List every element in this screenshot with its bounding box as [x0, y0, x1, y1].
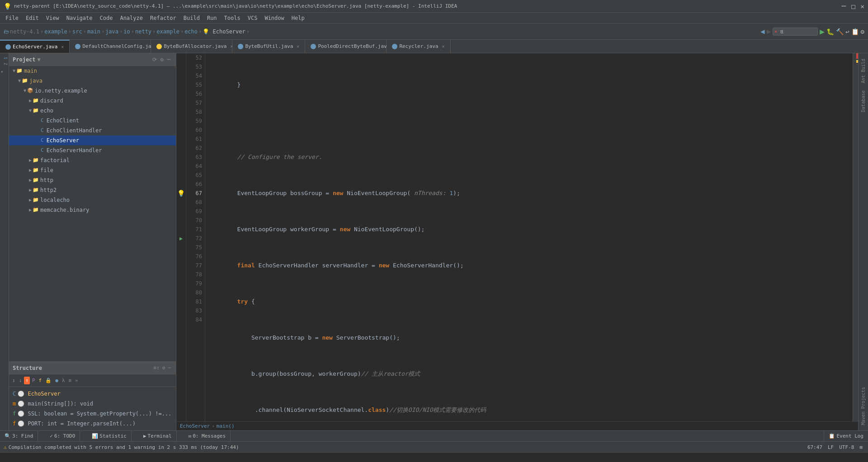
maximize-button[interactable]: □: [851, 3, 855, 10]
right-tab-2[interactable]: Database: [859, 87, 868, 116]
tree-item-echoserver[interactable]: C EchoServer: [9, 135, 176, 145]
menu-vcs[interactable]: VCS: [244, 14, 261, 22]
struct-btn-10[interactable]: »: [74, 377, 80, 384]
folder-icon-file: 📁: [33, 166, 39, 175]
java-icon-echoclient: C: [41, 116, 44, 125]
tree-item-factorial[interactable]: ▶ 📁 factorial: [9, 155, 176, 165]
project-minimize-btn[interactable]: ─: [167, 56, 170, 63]
struct-btn-1[interactable]: ↕: [11, 377, 17, 384]
breadcrumb-main[interactable]: main: [87, 28, 100, 35]
project-sync-btn[interactable]: ⟳: [152, 56, 157, 63]
tree-item-java[interactable]: ▼ 📁 java: [9, 76, 176, 86]
breadcrumb-echo[interactable]: echo: [184, 28, 198, 35]
breadcrumb-example[interactable]: example: [44, 28, 67, 35]
right-tab-3[interactable]: Maven Projects: [859, 383, 868, 429]
bottom-tab-statistic[interactable]: 📊 Statistic: [87, 431, 132, 441]
event-log-btn[interactable]: 📋 Event Log: [824, 431, 868, 441]
menu-analyze[interactable]: Analyze: [116, 14, 146, 22]
struct-btn-4[interactable]: P: [31, 377, 37, 384]
menu-edit[interactable]: Edit: [22, 14, 42, 22]
struct-btn-9[interactable]: ≡: [67, 377, 73, 384]
menu-file[interactable]: File: [2, 14, 22, 22]
struct-btn-8[interactable]: λ: [61, 377, 66, 384]
forward-button[interactable]: ▶: [767, 27, 771, 36]
tab-recycler[interactable]: Recycler.java ✕: [387, 40, 450, 53]
bottom-tab-terminal[interactable]: ▶ Terminal: [139, 431, 177, 441]
breadcrumb-java[interactable]: java: [105, 28, 118, 35]
scroll-indicator[interactable]: [853, 53, 858, 421]
run-button[interactable]: ▶: [820, 27, 825, 36]
tree-item-http2[interactable]: ▶ 📁 http2: [9, 185, 176, 195]
struct-btn-5[interactable]: f: [38, 377, 43, 384]
toolbar-btn-1[interactable]: ↩: [845, 28, 849, 35]
tree-item-echoclient[interactable]: C EchoClient: [9, 116, 176, 126]
struct-btn-6[interactable]: 🔒: [44, 377, 53, 384]
tree-item-localecho[interactable]: ▶ 📁 localecho: [9, 195, 176, 205]
back-button[interactable]: ◀: [760, 27, 765, 36]
breadcrumb-example2[interactable]: example: [156, 28, 179, 35]
struct-btn-2[interactable]: ↓: [18, 377, 24, 384]
menu-navigate[interactable]: Navigate: [63, 14, 96, 22]
structure-sort-btn[interactable]: ≡↑: [154, 365, 160, 371]
tree-item-echoserverhandler[interactable]: C EchoServerHandler: [9, 145, 176, 155]
favorites-icon[interactable]: ★: [1, 69, 8, 74]
breadcrumb-netty[interactable]: netty: [135, 28, 151, 35]
struct-item-port[interactable]: f ⚪ PORT: int = Integer.parseInt(...): [9, 419, 176, 429]
tab-bytebufutil[interactable]: ByteBufUtil.java ✕: [232, 40, 305, 53]
project-settings-btn[interactable]: ⚙: [160, 56, 164, 63]
bottom-tab-find[interactable]: 🔍 3: Find: [0, 431, 38, 441]
close-button[interactable]: ✕: [861, 3, 864, 10]
structure-minimize-btn[interactable]: ─: [168, 365, 171, 371]
toolbar-btn-3[interactable]: ⚙: [861, 28, 864, 35]
project-tab-icon[interactable]: 1: [1, 57, 8, 59]
tree-item-http[interactable]: ▶ 📁 http: [9, 175, 176, 185]
tab-recycler-close[interactable]: ✕: [442, 44, 444, 49]
menu-help[interactable]: Help: [288, 14, 308, 22]
tree-item-ionetty[interactable]: ▼ 📦 io.netty.example: [9, 86, 176, 96]
breadcrumb-io[interactable]: io: [123, 28, 130, 35]
tree-item-echoclienthandler[interactable]: C EchoClientHandler: [9, 126, 176, 135]
code-text[interactable]: } // Configure the server. EventLoopGrou…: [205, 53, 853, 421]
tree-item-main[interactable]: ▼ 📁 main: [9, 66, 176, 76]
tab-bytebufallocator[interactable]: ByteBufAllocator.java ✕: [151, 40, 232, 53]
tree-item-discard[interactable]: ▶ 📁 discard: [9, 96, 176, 106]
breadcrumb-echoserver-bottom[interactable]: EchoServer: [180, 423, 210, 429]
tab-bytebufutil-close[interactable]: ✕: [297, 44, 299, 49]
bottom-tab-todo[interactable]: ✓ 6: TODO: [45, 431, 80, 441]
tree-item-file[interactable]: ▶ 📁 file: [9, 165, 176, 175]
breadcrumb-main-bottom[interactable]: main(): [217, 423, 235, 429]
menu-tools[interactable]: Tools: [221, 14, 244, 22]
folder-arrow-main: ▼: [13, 66, 15, 75]
breadcrumb-item-project[interactable]: 🗁: [4, 28, 9, 35]
tree-item-memcache[interactable]: ▶ 📁 memcache.binary: [9, 205, 176, 215]
bottom-tab-messages[interactable]: ✉ 0: Messages: [184, 431, 231, 441]
structure-tab-icon[interactable]: Z: [1, 63, 8, 65]
tab-echoserver-close[interactable]: ✕: [61, 44, 64, 49]
tree-item-echo[interactable]: ▼ 📁 echo: [9, 106, 176, 116]
tab-pooleddirectbytebuf[interactable]: PooledDirectByteBuf.java ✕: [305, 40, 387, 53]
breadcrumb-src[interactable]: src: [72, 28, 82, 35]
menu-code[interactable]: Code: [96, 14, 117, 22]
build-button[interactable]: 🔨: [836, 28, 844, 35]
right-tab-1[interactable]: Ant Build: [859, 55, 868, 87]
struct-item-echoserver[interactable]: C ⚪ EchoServer: [9, 389, 176, 399]
menu-view[interactable]: View: [42, 14, 63, 22]
menu-refactor[interactable]: Refactor: [146, 14, 180, 22]
toolbar-btn-2[interactable]: 📋: [851, 28, 859, 35]
tab-echoserver[interactable]: EchoServer.java ✕: [0, 40, 70, 53]
struct-btn-7[interactable]: ●: [54, 377, 60, 384]
code-editor[interactable]: 💡 ▶ 52 53 54 55: [176, 53, 858, 430]
structure-settings-btn[interactable]: ⚙: [162, 365, 165, 371]
struct-btn-3[interactable]: ↑: [24, 377, 30, 384]
struct-item-main[interactable]: m ⚪ main(String[]): void: [9, 399, 176, 409]
struct-item-ssl[interactable]: f ⚪ SSL: boolean = System.getProperty(..…: [9, 409, 176, 419]
bread-sep-1: ›: [40, 28, 43, 35]
debug-button[interactable]: 🐛: [826, 28, 834, 35]
menu-run[interactable]: Run: [203, 14, 221, 22]
search-input[interactable]: [773, 28, 818, 36]
menu-window[interactable]: Window: [261, 14, 288, 22]
minimize-button[interactable]: ─: [841, 2, 846, 10]
tab-defaultchannelconfig[interactable]: DefaultChannelConfig.java ✕: [70, 40, 151, 53]
breadcrumb-echoserver[interactable]: 💡 EchoServer: [203, 28, 245, 35]
menu-build[interactable]: Build: [180, 14, 203, 22]
